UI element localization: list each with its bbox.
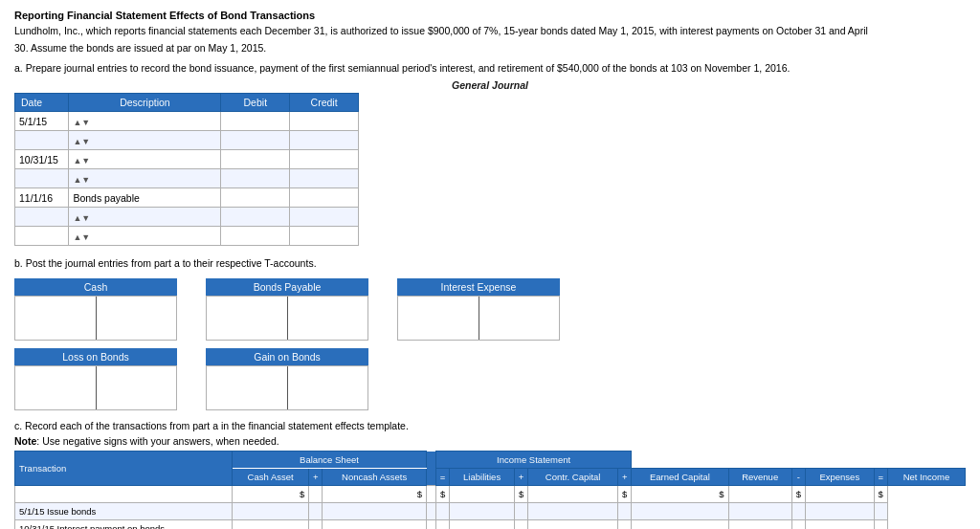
- t-account-bonds-payable-title: Bonds Payable: [206, 278, 368, 296]
- t-account-loss-on-bonds-title: Loss on Bonds: [14, 348, 177, 365]
- select-arrow-6: ▲▼: [73, 213, 90, 223]
- t-account-gain-on-bonds-body: [206, 365, 368, 410]
- journal-desc-1[interactable]: ▲▼: [69, 112, 221, 131]
- journal-debit-1[interactable]: [221, 112, 290, 131]
- t-account-gain-on-bonds-right[interactable]: [288, 366, 368, 409]
- t-account-interest-expense-left[interactable]: [398, 297, 479, 340]
- journal-debit-6[interactable]: [221, 208, 290, 227]
- effects-row-2-cash[interactable]: [232, 520, 308, 529]
- col-header-date: Date: [15, 94, 69, 112]
- journal-title: General Journal: [14, 77, 966, 93]
- effects-row-1-exp[interactable]: [791, 503, 805, 520]
- income-statement-header: Income Statement: [435, 452, 631, 469]
- journal-row-4: ▲▼: [15, 169, 359, 188]
- journal-desc-3[interactable]: ▲▼: [69, 150, 221, 169]
- t-account-bonds-payable-left[interactable]: [207, 297, 287, 340]
- effects-row-1-earned[interactable]: [618, 503, 632, 520]
- t-account-cash-left[interactable]: [15, 297, 96, 340]
- plus2-header: +: [514, 469, 527, 486]
- journal-row-7: ▲▼: [15, 227, 359, 246]
- effects-table: Transaction Balance Sheet Income Stateme…: [14, 451, 966, 529]
- journal-credit-2[interactable]: [290, 131, 359, 150]
- col-header-credit: Credit: [290, 94, 359, 112]
- journal-credit-1[interactable]: [290, 112, 359, 131]
- t-accounts-section: Cash Bonds Payable Interest Expense: [14, 278, 966, 410]
- journal-row-5: 11/1/16 Bonds payable: [15, 188, 359, 208]
- journal-desc-7[interactable]: ▲▼: [69, 227, 221, 246]
- journal-debit-7[interactable]: [221, 227, 290, 246]
- journal-debit-4[interactable]: [221, 169, 290, 188]
- section-b-label: b. Post the journal entries from part a …: [14, 257, 966, 269]
- journal-desc-2[interactable]: ▲▼: [69, 131, 221, 150]
- effects-row-1-op3: [528, 503, 618, 520]
- effects-row-1-cash[interactable]: [232, 503, 308, 520]
- effects-row-1-eq1: [426, 503, 435, 520]
- effects-row-1-rev[interactable]: [632, 503, 728, 520]
- t-account-loss-on-bonds-body: [14, 365, 177, 410]
- journal-row-2: ▲▼: [15, 131, 359, 150]
- effects-row-2-exp[interactable]: [791, 520, 805, 529]
- journal-row-1: 5/1/15 ▲▼: [15, 112, 359, 131]
- effects-row-2-earned[interactable]: [618, 520, 632, 529]
- t-account-loss-on-bonds: Loss on Bonds: [14, 348, 177, 410]
- plus3-header: +: [618, 469, 632, 486]
- effects-row-2-contr[interactable]: [514, 520, 527, 529]
- blank-spacer: [426, 452, 435, 486]
- effects-row-1-liab[interactable]: [435, 503, 449, 520]
- t-account-interest-expense-title: Interest Expense: [397, 278, 560, 296]
- select-arrow-1: ▲▼: [73, 118, 90, 127]
- effects-row-2-op2: [450, 520, 515, 529]
- journal-desc-6[interactable]: ▲▼: [69, 208, 221, 227]
- col-expenses: Expenses: [806, 469, 874, 486]
- journal-date-7: [15, 227, 69, 246]
- t-account-cash-body: [14, 296, 177, 341]
- journal-debit-2[interactable]: [221, 131, 290, 150]
- effects-row-2-noncash[interactable]: [323, 520, 427, 529]
- effects-row-1-contr[interactable]: [514, 503, 527, 520]
- dollar-op2: [450, 486, 515, 503]
- plus1-header: +: [309, 469, 323, 486]
- dollar-liab: $: [435, 486, 449, 503]
- journal-debit-3[interactable]: [221, 150, 290, 169]
- col-cash-asset: Cash Asset: [232, 469, 308, 486]
- dollar-net: $: [874, 486, 887, 503]
- journal-desc-4[interactable]: ▲▼: [69, 169, 221, 188]
- journal-credit-4[interactable]: [290, 169, 359, 188]
- t-account-cash-right[interactable]: [97, 297, 177, 340]
- select-arrow-3: ▲▼: [73, 156, 90, 165]
- effects-row-2-eq1: [426, 520, 435, 529]
- dollar-exp: $: [791, 486, 805, 503]
- journal-desc-5: Bonds payable: [69, 188, 221, 208]
- dollar-op1: [309, 486, 323, 503]
- journal-credit-6[interactable]: [290, 208, 359, 227]
- journal-credit-3[interactable]: [290, 150, 359, 169]
- dollar-earned: $: [618, 486, 632, 503]
- journal-debit-5[interactable]: [221, 188, 290, 208]
- t-account-gain-on-bonds-left[interactable]: [207, 366, 287, 409]
- dollar-row-label: [15, 486, 233, 503]
- t-account-bonds-payable-right[interactable]: [288, 297, 368, 340]
- t-account-interest-expense-body: [397, 296, 560, 341]
- t-account-loss-on-bonds-left[interactable]: [15, 366, 96, 409]
- col-contr-capital: Contr. Capital: [528, 469, 618, 486]
- effects-row-2-net[interactable]: [874, 520, 887, 529]
- effects-row-2-liab[interactable]: [435, 520, 449, 529]
- effects-row-2-rev[interactable]: [632, 520, 728, 529]
- dollar-minus: [728, 486, 791, 503]
- dollar-contr: $: [514, 486, 527, 503]
- effects-row-2-trans: 10/31/15 Interest payment on bonds: [15, 520, 233, 529]
- t-account-loss-on-bonds-right[interactable]: [97, 366, 177, 409]
- effects-row-2-op1: [309, 520, 323, 529]
- t-account-gain-on-bonds: Gain on Bonds: [206, 348, 368, 410]
- journal-credit-5[interactable]: [290, 188, 359, 208]
- effects-row-1-noncash[interactable]: [323, 503, 427, 520]
- t-account-interest-expense-right[interactable]: [479, 297, 560, 340]
- select-arrow-7: ▲▼: [73, 232, 90, 242]
- description-line1: Lundholm, Inc., which reports financial …: [14, 24, 966, 38]
- journal-credit-7[interactable]: [290, 227, 359, 246]
- effects-row-1-net[interactable]: [874, 503, 887, 520]
- dollar-rev: $: [632, 486, 728, 503]
- balance-sheet-header: Balance Sheet: [232, 452, 426, 469]
- equals1-header: =: [435, 469, 449, 486]
- section-a-label: a. Prepare journal entries to record the…: [14, 62, 966, 74]
